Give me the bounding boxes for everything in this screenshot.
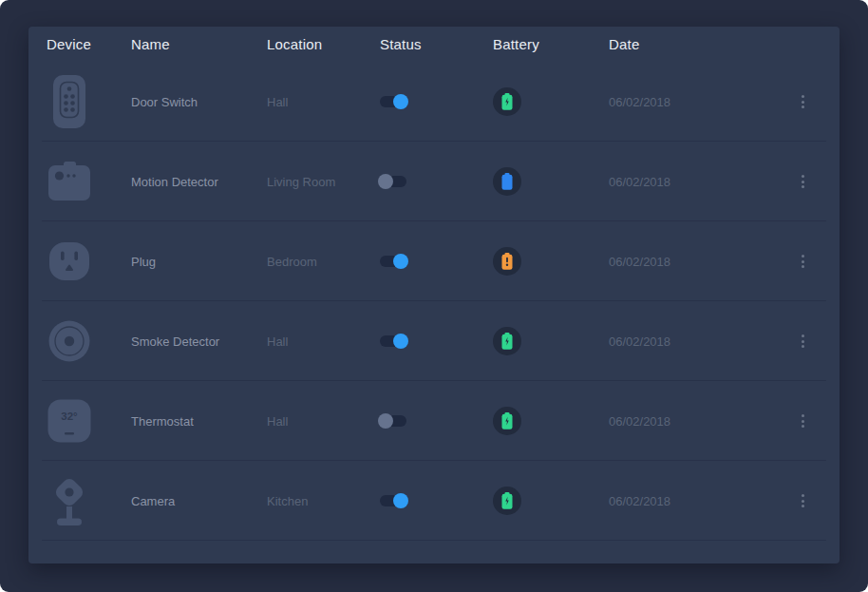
device-location: Bedroom — [267, 255, 380, 269]
table-row: Plug Bedroom 06/02/2018 — [28, 221, 840, 301]
status-toggle[interactable] — [380, 415, 406, 427]
app-background: Device Name Location Status Battery Date… — [0, 0, 868, 592]
toggle-knob — [378, 174, 393, 189]
device-location: Living Room — [267, 175, 380, 189]
table-body: Door Switch Hall 06/02/2018 Motion Detec… — [28, 62, 840, 541]
table-row: Door Switch Hall 06/02/2018 — [28, 62, 840, 142]
toggle-knob — [393, 493, 408, 508]
column-header-battery: Battery — [493, 36, 609, 52]
door-switch-icon — [47, 74, 92, 129]
device-location: Hall — [267, 334, 380, 349]
status-toggle[interactable] — [380, 176, 406, 187]
toggle-knob — [393, 334, 408, 349]
device-date: 06/02/2018 — [609, 334, 788, 349]
row-menu-kebab-icon[interactable] — [799, 411, 807, 430]
device-name: Camera — [131, 494, 267, 508]
device-date: 06/02/2018 — [609, 255, 788, 269]
row-menu-kebab-icon[interactable] — [799, 491, 807, 510]
device-date: 06/02/2018 — [609, 175, 788, 189]
battery-charging-icon — [493, 327, 521, 355]
row-menu-kebab-icon[interactable] — [799, 92, 807, 111]
column-header-device: Device — [47, 36, 131, 52]
column-header-date: Date — [609, 36, 788, 52]
row-menu-kebab-icon[interactable] — [799, 332, 807, 351]
motion-detector-icon — [47, 162, 92, 201]
thermostat-icon: 32° — [47, 399, 92, 443]
device-date: 06/02/2018 — [609, 414, 788, 429]
battery-charging-icon — [493, 87, 521, 116]
table-row: 32° Thermostat Hall 06/02/2018 — [28, 381, 840, 461]
toggle-knob — [393, 254, 408, 269]
column-header-name: Name — [131, 36, 267, 52]
devices-table-card: Device Name Location Status Battery Date… — [28, 27, 840, 563]
device-name: Door Switch — [131, 95, 267, 109]
plug-icon — [47, 242, 92, 280]
battery-charging-icon — [493, 407, 521, 435]
battery-charging-icon — [493, 487, 521, 515]
device-name: Plug — [131, 255, 267, 269]
device-location: Kitchen — [267, 494, 380, 508]
status-toggle[interactable] — [380, 256, 406, 267]
toggle-knob — [393, 94, 408, 109]
smoke-detector-icon — [47, 320, 92, 362]
status-toggle[interactable] — [380, 96, 406, 107]
device-name: Thermostat — [131, 414, 267, 429]
row-menu-kebab-icon[interactable] — [799, 252, 807, 271]
status-toggle[interactable] — [380, 495, 406, 506]
status-toggle[interactable] — [380, 335, 406, 347]
camera-icon — [47, 476, 92, 525]
device-name: Motion Detector — [131, 175, 267, 189]
battery-low-icon — [493, 247, 521, 276]
battery-full-icon — [493, 167, 521, 196]
row-menu-kebab-icon[interactable] — [799, 172, 807, 191]
table-row: Smoke Detector Hall 06/02/2018 — [28, 301, 840, 381]
device-location: Hall — [267, 95, 380, 109]
table-row: Motion Detector Living Room 06/02/2018 — [28, 142, 840, 221]
table-header-row: Device Name Location Status Battery Date — [28, 27, 840, 62]
svg-text:32°: 32° — [61, 411, 78, 422]
column-header-location: Location — [267, 36, 380, 52]
device-date: 06/02/2018 — [609, 95, 788, 109]
device-name: Smoke Detector — [131, 334, 267, 349]
column-header-status: Status — [380, 36, 493, 52]
device-location: Hall — [267, 414, 380, 429]
table-row: Camera Kitchen 06/02/2018 — [28, 461, 840, 541]
device-date: 06/02/2018 — [609, 494, 788, 508]
toggle-knob — [378, 413, 393, 429]
